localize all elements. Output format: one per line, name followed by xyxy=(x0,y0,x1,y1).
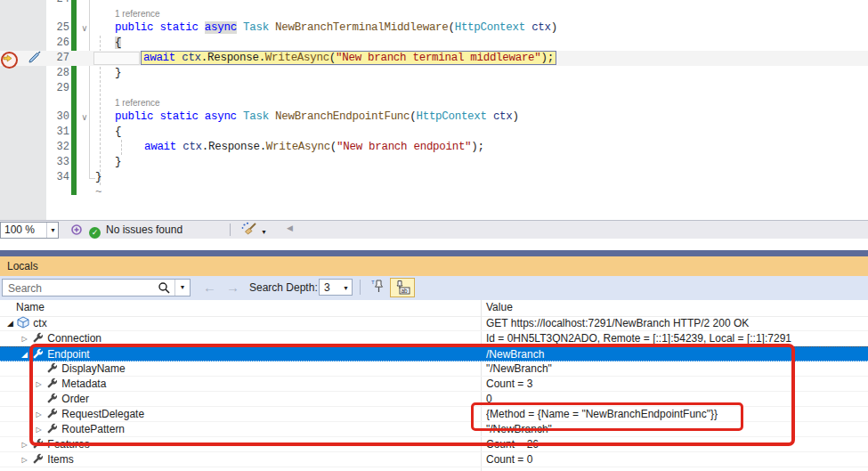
variable-value-cell[interactable]: "/NewBranch" xyxy=(486,422,864,437)
code-cleanup-button[interactable]: ▼ xyxy=(240,222,267,238)
variable-name-cell[interactable]: ◢ Endpoint xyxy=(0,347,499,362)
code-text[interactable]: } xyxy=(93,66,121,81)
code-text[interactable]: 1 reference xyxy=(93,96,160,110)
expander-icon[interactable]: ▷ xyxy=(33,377,45,392)
variable-name-cell[interactable]: ▷ Metadata xyxy=(0,377,514,392)
variable-value-cell[interactable]: Count = 3 xyxy=(486,377,864,392)
expander-icon[interactable]: ▷ xyxy=(33,407,45,422)
variable-value-cell[interactable]: 0 xyxy=(486,392,864,407)
code-text[interactable]: await ctx.Response.WriteAsync("New branc… xyxy=(93,51,556,66)
code-token: } xyxy=(95,171,101,183)
variable-name-cell[interactable]: ▷ Connection xyxy=(0,331,499,346)
locals-row-ctx[interactable]: ◢ ctxGET https://localhost:7291/NewBranc… xyxy=(0,316,868,331)
locals-row-items[interactable]: ▷ ItemsCount = 0 xyxy=(0,452,868,467)
variable-name-cell[interactable]: ▷ RequestDelegate xyxy=(0,407,514,422)
variable-name-cell[interactable]: Order xyxy=(0,392,514,407)
outline-collapse-icon[interactable]: ∨ xyxy=(78,20,91,36)
code-text[interactable]: } xyxy=(93,155,121,170)
wrench-icon xyxy=(30,453,45,467)
variable-value-cell[interactable]: Id = 0HN5LT3QN2ADO, Remote = [::1]:54239… xyxy=(486,331,864,346)
search-forward-arrow-icon[interactable]: → xyxy=(226,280,239,295)
expander-icon[interactable]: ▷ xyxy=(33,422,45,437)
code-token: async xyxy=(205,21,237,34)
locals-title-bar[interactable]: Locals xyxy=(0,256,868,276)
locals-row-routepattern[interactable]: ▷ RoutePattern"/NewBranch" xyxy=(0,422,868,437)
sparkle-icon[interactable] xyxy=(69,223,84,240)
locals-row-order[interactable]: Order0 xyxy=(0,392,868,407)
breakpoint-current-statement-icon[interactable] xyxy=(1,52,18,69)
current-statement-highlight: await ctx.Response.WriteAsync("New branc… xyxy=(141,51,556,65)
code-token: public static xyxy=(115,21,205,34)
code-line-29[interactable]: 29 xyxy=(0,81,868,96)
variable-value-cell[interactable]: /NewBranch xyxy=(486,347,864,362)
code-text[interactable]: } xyxy=(93,170,101,185)
column-header-value[interactable]: Value xyxy=(486,301,513,313)
outline-collapse-icon[interactable]: ∨ xyxy=(78,110,91,125)
variable-value-cell[interactable]: GET https://localhost:7291/NewBranch HTT… xyxy=(486,316,864,331)
code-line-32[interactable]: 32await ctx.Response.WriteAsync("New bra… xyxy=(0,140,868,155)
expander-icon[interactable]: ▷ xyxy=(19,331,30,346)
variable-name-cell[interactable]: ▷ Features xyxy=(0,437,499,452)
locals-row-metadata[interactable]: ▷ MetadataCount = 3 xyxy=(0,377,868,392)
wrench-icon xyxy=(45,393,59,407)
code-line-30[interactable]: 30∨public static async Task NewBranchEnd… xyxy=(0,110,868,125)
expander-icon[interactable]: ▷ xyxy=(19,437,30,452)
variable-value-cell[interactable]: {Method = {Name = "NewBranchEndpointFunc… xyxy=(486,407,864,422)
code-line-33[interactable]: 33} xyxy=(0,155,868,170)
code-line-31[interactable]: 31{ xyxy=(0,125,868,140)
code-text[interactable]: 1 reference xyxy=(93,7,160,20)
edit-pen-icon[interactable] xyxy=(27,50,42,69)
code-editor[interactable]: 241 reference25∨public static async Task… xyxy=(0,0,868,220)
search-depth-select[interactable]: 3 ▼ xyxy=(319,279,353,296)
code-token: ctx xyxy=(493,110,513,123)
code-line-26[interactable]: 26{ xyxy=(0,36,868,51)
code-line[interactable]: ~ xyxy=(0,185,868,200)
code-token: ( xyxy=(330,141,337,153)
variable-name-cell[interactable]: ▷ Items xyxy=(0,452,499,467)
locals-grid-header[interactable]: Name Value xyxy=(0,300,868,317)
variable-name-cell[interactable]: ▷ RoutePattern xyxy=(0,422,514,437)
pin-properties-button[interactable]: T xyxy=(367,278,388,297)
search-icon[interactable] xyxy=(158,281,170,297)
codelens-references[interactable]: 1 reference xyxy=(0,96,868,110)
code-text[interactable]: public static async Task NewBranchTermin… xyxy=(93,20,557,36)
variable-name-cell[interactable]: ◢ ctx xyxy=(0,316,485,331)
hscrollbar-left-arrow[interactable]: ◀ xyxy=(287,223,293,232)
codelens-references[interactable]: 1 reference xyxy=(0,7,868,20)
code-text[interactable]: { xyxy=(93,36,121,51)
variable-value-cell[interactable]: Count = 26 xyxy=(486,437,864,452)
variable-name-cell[interactable]: DisplayName xyxy=(0,361,514,377)
variable-name: RequestDelegate xyxy=(59,408,144,420)
code-text[interactable]: { xyxy=(93,125,121,140)
chevron-down-icon[interactable]: ▼ xyxy=(174,280,190,296)
search-box[interactable]: ▼ xyxy=(2,279,191,296)
expander-icon[interactable]: ▷ xyxy=(19,452,30,467)
document-health-indicator[interactable]: ✓No issues found xyxy=(89,221,183,239)
locals-row-connection[interactable]: ▷ ConnectionId = 0HN5LT3QN2ADO, Remote =… xyxy=(0,331,868,346)
locals-row-endpoint[interactable]: ◢ Endpoint/NewBranch xyxy=(0,346,868,361)
expander-icon[interactable]: ◢ xyxy=(19,347,30,362)
code-line-28[interactable]: 28} xyxy=(0,66,868,81)
code-token: .Response. xyxy=(202,141,266,153)
variable-value-cell[interactable]: "/NewBranch" xyxy=(486,361,864,377)
variable-value-cell[interactable]: Count = 0 xyxy=(486,452,864,467)
code-text[interactable]: public static async Task NewBranchEndpoi… xyxy=(93,110,519,125)
code-text[interactable]: ~ xyxy=(93,185,101,200)
locals-row-displayname[interactable]: DisplayName"/NewBranch" xyxy=(0,361,868,377)
search-back-arrow-icon[interactable]: ← xyxy=(203,280,216,295)
locals-row-requestdelegate[interactable]: ▷ RequestDelegate{Method = {Name = "NewB… xyxy=(0,407,868,422)
variable-name: Items xyxy=(45,453,74,466)
editor-zoom-select[interactable]: 100 % ▼ xyxy=(0,222,59,239)
code-line-25[interactable]: 25∨public static async Task NewBranchTer… xyxy=(0,20,868,36)
search-input[interactable] xyxy=(6,280,143,296)
column-header-name[interactable]: Name xyxy=(16,301,45,313)
code-text[interactable]: await ctx.Response.WriteAsync("New branc… xyxy=(93,140,484,155)
code-line-24[interactable]: 24 xyxy=(0,0,868,7)
code-line-34[interactable]: 34} xyxy=(0,170,868,185)
expander-icon[interactable]: ◢ xyxy=(4,316,16,331)
show-pinned-values-toggle[interactable]: ab xyxy=(390,278,415,297)
zoom-value: 100 % xyxy=(1,223,35,236)
panel-divider[interactable] xyxy=(0,250,868,256)
locals-row-features[interactable]: ▷ FeaturesCount = 26 xyxy=(0,437,868,452)
code-line-27[interactable]: 27await ctx.Response.WriteAsync("New bra… xyxy=(0,51,868,66)
